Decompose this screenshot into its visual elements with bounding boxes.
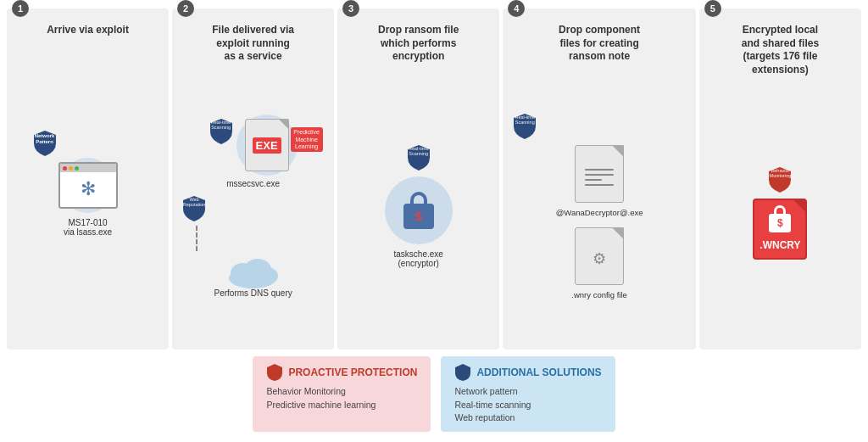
proactive-title: PROACTIVE PROTECTION xyxy=(266,363,417,382)
wncry-file: $ .WNCRY xyxy=(753,199,807,260)
additional-title: ADDITIONAL SOLUTIONS xyxy=(454,363,601,382)
step5-shield: BehaviorMonitoring xyxy=(768,166,792,195)
proactive-item-1: Behavior Monitoring xyxy=(266,385,417,399)
web-rep-shield: WebReputation xyxy=(182,195,206,224)
predictive-badge: PredictiveMachineLearning xyxy=(291,127,323,152)
step1-label: MS17-010 via lsass.exe xyxy=(64,218,112,237)
step-4-content: Real-timeScanning xyxy=(506,70,693,343)
step-5-content: BehaviorMonitoring $ .WNCRY xyxy=(703,83,858,342)
network-window: ✻ xyxy=(58,162,118,209)
step-1-content: NetworkPattern ✻ xyxy=(10,44,165,343)
additional-item-2: Real-time scanning xyxy=(454,399,601,412)
step4-shield: Real-timeScanning xyxy=(513,113,537,142)
step-3-box: 3 Drop ransom file which performs encryp… xyxy=(337,8,499,350)
step-3-title: Drop ransom file which performs encrypti… xyxy=(378,24,459,64)
cloud-icon xyxy=(225,253,281,288)
dns-label: Performs DNS query xyxy=(214,288,292,298)
step2-exe-circle: EXE PredictiveMachineLearning xyxy=(236,115,298,176)
step2-filename: mssecsvc.exe xyxy=(226,179,280,188)
wana-decryptor-file xyxy=(575,145,624,203)
step-1-box: 1 Arrive via exploit xyxy=(7,8,169,350)
additional-item-3: Web reputation xyxy=(454,411,601,425)
globe-icon: ✻ xyxy=(81,178,96,200)
additional-shield-icon xyxy=(454,363,471,382)
step-5-number: 5 xyxy=(704,0,721,17)
exe-file: EXE PredictiveMachineLearning xyxy=(245,119,289,171)
dns-cloud-area: Performs DNS query xyxy=(214,253,292,298)
step-4-number: 4 xyxy=(508,0,525,17)
step-4-title: Drop component files for creating ransom… xyxy=(559,24,640,64)
step-2-title: File delivered via exploit running as a … xyxy=(212,24,294,64)
proactive-shield-icon xyxy=(266,363,283,382)
lock-circle: $ xyxy=(385,176,453,244)
step3-shield: Real-timeScanning xyxy=(407,144,431,173)
main-container: 1 Arrive via exploit xyxy=(0,0,868,442)
wana-decryptor-label: @WanaDecryptor@.exe xyxy=(556,208,643,217)
gear-icon: ⚙ xyxy=(593,249,606,268)
diagram-wrapper: 1 Arrive via exploit xyxy=(7,8,861,350)
legend-area: PROACTIVE PROTECTION Behavior Monitoring… xyxy=(7,350,861,435)
proactive-protection-box: PROACTIVE PROTECTION Behavior Monitoring… xyxy=(253,356,431,432)
wnry-config-row: ⚙ xyxy=(575,227,624,285)
step1-shield: NetworkPattern xyxy=(33,130,57,157)
step-2-number: 2 xyxy=(177,0,194,17)
lock-icon: $ xyxy=(403,204,434,229)
step3-filename: tasksche.exe (encryptor) xyxy=(394,249,443,268)
svg-point-3 xyxy=(258,267,278,284)
step-2-content: Real-timeScanning EXE xyxy=(175,70,331,343)
step1-blue-circle: NetworkPattern ✻ xyxy=(60,158,115,213)
step2-rt-shield: Real-timeScanning xyxy=(209,118,233,147)
step-1-number: 1 xyxy=(12,0,29,17)
wnry-config-label: .wnry config file xyxy=(571,290,626,299)
wana-decryptor-row xyxy=(575,145,624,203)
step-1-title: Arrive via exploit xyxy=(47,24,129,37)
additional-solutions-box: ADDITIONAL SOLUTIONS Network pattern Rea… xyxy=(441,356,615,432)
wnry-config-file: ⚙ xyxy=(575,227,624,285)
step-2-box: 2 File delivered via exploit running as … xyxy=(172,8,334,350)
additional-item-1: Network pattern xyxy=(454,385,601,399)
proactive-item-2: Predictive machine learning xyxy=(266,399,417,412)
step-3-content: Real-timeScanning $ tasksche.exe (encryp… xyxy=(341,70,496,343)
step-3-number: 3 xyxy=(342,0,359,17)
step-5-title: Encrypted local and shared files (target… xyxy=(742,24,819,76)
step-5-box: 5 Encrypted local and shared files (targ… xyxy=(699,8,861,350)
step-4-box: 4 Drop component files for creating rans… xyxy=(503,8,696,350)
